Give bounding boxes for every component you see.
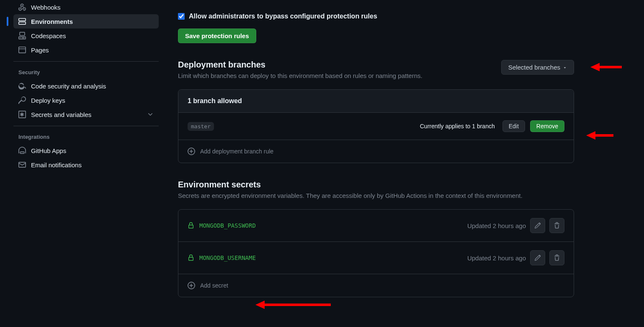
sidebar-item-label: Deploy keys bbox=[31, 97, 65, 104]
divider bbox=[13, 61, 159, 62]
sidebar-item-label: Codespaces bbox=[31, 32, 66, 39]
pencil-icon bbox=[534, 254, 541, 261]
trash-icon bbox=[554, 222, 560, 229]
dropdown-label: Selected branches bbox=[508, 64, 560, 71]
lock-icon bbox=[188, 222, 194, 229]
sidebar-item-label: Webhooks bbox=[31, 4, 61, 11]
branch-rule-row: master Currently applies to 1 branch Edi… bbox=[178, 113, 574, 140]
deployment-branches-section: Deployment branches Limit which branches… bbox=[178, 60, 574, 163]
secret-row: MONGODB_PASSWORD Updated 2 hours ago bbox=[178, 210, 574, 242]
trash-icon bbox=[554, 254, 560, 261]
triangle-down-icon bbox=[563, 65, 567, 70]
bypass-admin-label: Allow administrators to bypass configure… bbox=[189, 13, 377, 20]
branch-tag: master bbox=[188, 122, 214, 131]
secret-name: MONGODB_USERNAME bbox=[199, 254, 256, 261]
add-secret-label: Add secret bbox=[200, 282, 228, 289]
secrets-title: Environment secrets bbox=[178, 180, 574, 189]
sidebar-item-label: Secrets and variables bbox=[31, 111, 91, 118]
sidebar-item-pages[interactable]: Pages bbox=[13, 43, 159, 57]
edit-secret-button[interactable] bbox=[530, 250, 545, 265]
codescan-icon bbox=[18, 82, 26, 90]
pencil-icon bbox=[534, 222, 541, 229]
key-icon bbox=[18, 96, 26, 104]
sidebar-item-github-apps[interactable]: GitHub Apps bbox=[13, 143, 159, 158]
sidebar-item-label: GitHub Apps bbox=[31, 147, 66, 154]
sidebar-item-email-notifications[interactable]: Email notifications bbox=[13, 158, 159, 172]
codespaces-icon bbox=[18, 32, 26, 39]
asterisk-icon bbox=[18, 111, 26, 118]
secret-row: MONGODB_USERNAME Updated 2 hours ago bbox=[178, 242, 574, 274]
branch-status: Currently applies to 1 branch bbox=[420, 123, 495, 130]
browser-icon bbox=[18, 46, 26, 54]
annotation-arrow bbox=[590, 61, 622, 73]
delete-secret-button[interactable] bbox=[549, 218, 564, 233]
bypass-admin-row: Allow administrators to bypass configure… bbox=[178, 13, 574, 20]
selected-branches-dropdown[interactable]: Selected branches bbox=[501, 60, 574, 75]
mail-icon bbox=[18, 161, 26, 169]
hubot-icon bbox=[18, 147, 26, 154]
edit-branch-button[interactable]: Edit bbox=[502, 120, 525, 132]
main-content: Allow administrators to bypass configure… bbox=[165, 0, 584, 327]
add-branch-rule-button[interactable]: Add deployment branch rule bbox=[178, 140, 574, 163]
deployment-title: Deployment branches bbox=[178, 60, 422, 70]
sidebar-heading-security: Security bbox=[13, 66, 159, 79]
sidebar-item-secrets[interactable]: Secrets and variables bbox=[13, 107, 159, 122]
plus-circle-icon bbox=[188, 148, 195, 155]
sidebar-item-codespaces[interactable]: Codespaces bbox=[13, 29, 159, 43]
server-icon bbox=[18, 18, 26, 25]
deployment-desc: Limit which branches can deploy to this … bbox=[178, 72, 422, 79]
secrets-desc: Secrets are encrypted environment variab… bbox=[178, 192, 574, 199]
sidebar-item-label: Email notifications bbox=[31, 161, 82, 169]
sidebar-item-environments[interactable]: Environments bbox=[13, 14, 159, 29]
branch-box-header: 1 branch allowed bbox=[178, 90, 574, 113]
environment-secrets-section: Environment secrets Secrets are encrypte… bbox=[178, 180, 574, 297]
sidebar-item-webhooks[interactable]: Webhooks bbox=[13, 0, 159, 14]
divider bbox=[13, 126, 159, 126]
lock-icon bbox=[188, 254, 194, 261]
secret-name: MONGODB_PASSWORD bbox=[199, 222, 256, 229]
bypass-admin-checkbox[interactable] bbox=[178, 13, 185, 20]
remove-branch-button[interactable]: Remove bbox=[530, 120, 564, 132]
edit-secret-button[interactable] bbox=[530, 218, 545, 233]
sidebar-item-deploy-keys[interactable]: Deploy keys bbox=[13, 93, 159, 107]
delete-secret-button[interactable] bbox=[549, 250, 564, 265]
secret-updated: Updated 2 hours ago bbox=[467, 222, 526, 229]
sidebar-item-label: Pages bbox=[31, 47, 49, 54]
add-secret-button[interactable]: Add secret bbox=[178, 274, 574, 297]
branch-rules-box: 1 branch allowed master Currently applie… bbox=[178, 89, 574, 163]
plus-circle-icon bbox=[188, 282, 195, 289]
sidebar-item-label: Code security and analysis bbox=[31, 83, 106, 90]
secrets-box: MONGODB_PASSWORD Updated 2 hours ago bbox=[178, 209, 574, 297]
annotation-arrow bbox=[586, 129, 613, 142]
secret-updated: Updated 2 hours ago bbox=[467, 254, 526, 262]
save-protection-rules-button[interactable]: Save protection rules bbox=[178, 29, 256, 43]
webhook-icon bbox=[18, 3, 26, 11]
chevron-down-icon bbox=[147, 111, 154, 118]
sidebar-heading-integrations: Integrations bbox=[13, 130, 159, 143]
settings-sidebar: Webhooks Environments Codespaces Pages S… bbox=[0, 0, 165, 327]
add-rule-label: Add deployment branch rule bbox=[200, 148, 273, 155]
sidebar-item-code-security[interactable]: Code security and analysis bbox=[13, 79, 159, 93]
sidebar-item-label: Environments bbox=[31, 18, 73, 25]
